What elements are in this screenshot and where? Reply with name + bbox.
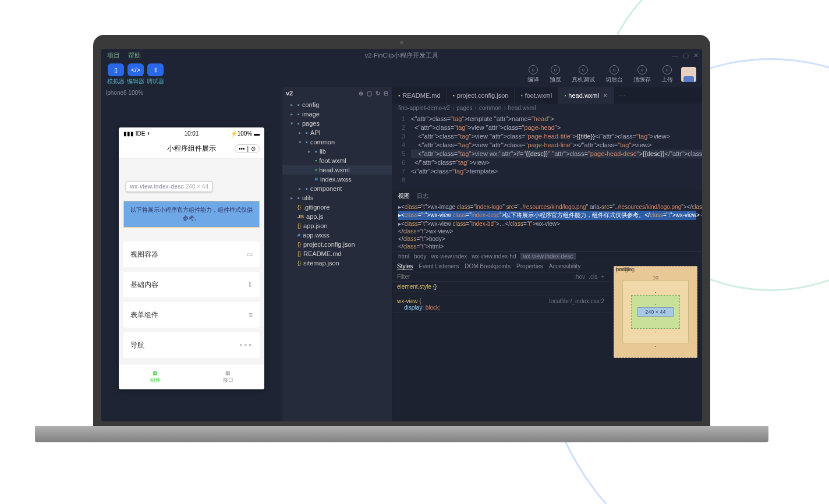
status-signal: ▮▮▮ IDE ᯤ (123, 130, 153, 137)
css-rule[interactable]: </span><span class="sel">.index-desc {</… (392, 292, 609, 296)
tree-item[interactable]: {}project.config.json (282, 240, 392, 249)
debugger-toggle[interactable]: ⫴ (147, 63, 164, 76)
device-label: iphone6 100% (101, 87, 282, 98)
capsule-more-icon[interactable]: ••• (239, 145, 245, 152)
filter-opt[interactable]: :hov (574, 274, 585, 280)
dom-path-segment[interactable]: body (414, 253, 427, 260)
dom-node[interactable]: </class="t">wx-view> (398, 228, 696, 235)
action-上传[interactable]: ○上传 (661, 65, 673, 84)
list-item[interactable]: 导航∘∘∘ (123, 332, 260, 358)
toolbar: ▯模拟器 </>编辑器 ⫴调试器 ○编译○预览○真机调试○切后台○清缓存○上传 (101, 62, 702, 87)
tree-item[interactable]: JSapp.js (282, 212, 392, 221)
phone-preview: ▮▮▮ IDE ᯤ 10:01 ⚡100% ▬ 小程序组件展示 •••|⊙ wx… (119, 127, 264, 389)
tree-item[interactable]: #index.wxss (282, 175, 392, 184)
styles-tab[interactable]: Properties (516, 263, 543, 270)
dom-path-segment[interactable]: wx-view.index-desc (520, 253, 575, 260)
tree-item[interactable]: #app.wxss (282, 230, 392, 240)
tree-item[interactable]: ▸▪component (282, 184, 392, 193)
css-rule[interactable]: localfile:/_index.css:2wx-view {display:… (392, 296, 609, 313)
styles-tab[interactable]: DOM Breakpoints (465, 263, 511, 270)
simulator-toggle[interactable]: ▯ (108, 63, 124, 76)
new-folder-icon[interactable]: ▢ (367, 90, 372, 97)
tab-close-icon[interactable]: ✕ (603, 92, 608, 100)
phone-tab[interactable]: ▦接口 (192, 364, 264, 389)
code-editor[interactable]: <"attr">class="tag">template "attr">name… (411, 115, 702, 184)
status-time: 10:01 (184, 130, 199, 137)
highlighted-element[interactable]: 以下将展示小程序官方组件能力，组件样式仅供参考。 (123, 201, 260, 228)
tree-item[interactable]: ▾▪common (282, 137, 392, 147)
styles-filter-input[interactable] (397, 274, 574, 280)
tree-item[interactable]: {}.gitignore (282, 203, 392, 212)
action-切后台[interactable]: ○切后台 (605, 65, 623, 84)
tree-item[interactable]: ▸▪utils (282, 193, 392, 203)
editor-tab[interactable]: ▪head.wxml✕ (558, 87, 614, 104)
window-title: v2-FinClip小程序开发工具 (365, 51, 439, 60)
titlebar: 项目 帮助 v2-FinClip小程序开发工具 — ▢ ✕ (101, 49, 702, 62)
tree-item[interactable]: ▾▪pages (282, 119, 392, 128)
new-file-icon[interactable]: ⊕ (359, 90, 363, 97)
tabs-more-icon[interactable]: ⋯ (614, 87, 630, 104)
action-真机调试[interactable]: ○真机调试 (572, 65, 595, 84)
devtools-tab-log[interactable]: 日志 (417, 192, 428, 200)
editor-tab[interactable]: ▪README.md (392, 87, 447, 104)
phone-tab[interactable]: ▦组件 (119, 364, 192, 389)
dom-path-segment[interactable]: wx-view.index (431, 253, 467, 260)
filter-opt[interactable]: + (601, 274, 604, 280)
capsule-close-icon[interactable]: ⊙ (251, 145, 256, 152)
css-rule[interactable]: element.style {} (392, 282, 609, 292)
dom-path-segment[interactable]: html (398, 253, 409, 260)
maximize-icon[interactable]: ▢ (683, 52, 689, 59)
devtools-tab-view[interactable]: 视图 (398, 192, 410, 200)
minimize-icon[interactable]: — (672, 52, 678, 59)
editor-panel: ▪README.md▪project.config.json▪foot.wxml… (392, 87, 702, 421)
list-item[interactable]: 基础内容𝕋 (123, 272, 260, 297)
dom-path-segment[interactable]: wx-view.index-hd (472, 253, 516, 260)
styles-tab[interactable]: Styles (397, 263, 413, 270)
tree-item[interactable]: {}README.md (282, 249, 392, 258)
dom-node[interactable]: ▸<class="t">wx-view class="index-bd">…</… (398, 220, 696, 228)
close-icon[interactable]: ✕ (693, 52, 699, 59)
laptop-frame: 项目 帮助 v2-FinClip小程序开发工具 — ▢ ✕ ▯模拟器 </>编辑… (93, 35, 710, 442)
editor-toggle[interactable]: </> (127, 63, 144, 76)
editor-tab[interactable]: ▪foot.wxml (515, 87, 558, 104)
dom-node[interactable]: </class="t">html> (398, 243, 696, 250)
action-预览[interactable]: ○预览 (550, 65, 561, 84)
tree-item[interactable]: ▸▪lib (282, 147, 392, 156)
file-explorer: v2 ⊕ ▢ ↻ ⊟ ▸▪config▸▪image▾▪pages▸▪API▾▪… (282, 87, 392, 421)
tree-item[interactable]: ▪foot.wxml (282, 156, 392, 165)
inspect-tooltip: wx-view.index-desc 240 × 44 (126, 181, 212, 192)
list-item[interactable]: 表单组件≡ (123, 302, 260, 328)
box-model: margin10 border- padding- 240 × 44 - - - (609, 261, 702, 421)
tree-item[interactable]: {}sitemap.json (282, 258, 392, 268)
menu-project[interactable]: 项目 (107, 51, 120, 60)
tree-item[interactable]: ▸▪API (282, 128, 392, 137)
action-清缓存[interactable]: ○清缓存 (633, 65, 651, 84)
breadcrumb: fino-applet-demo-v2›pages›common›head.wx… (392, 104, 702, 112)
filter-opt[interactable]: .cls (589, 274, 597, 280)
tree-item[interactable]: ▸▪config (282, 100, 392, 109)
refresh-icon[interactable]: ↻ (375, 90, 380, 97)
menu-help[interactable]: 帮助 (128, 51, 141, 60)
editor-tab[interactable]: ▪project.config.json (447, 87, 515, 104)
list-item[interactable]: 视图容器▭ (123, 242, 260, 267)
page-title: 小程序组件展示 (167, 144, 216, 154)
collapse-icon[interactable]: ⊟ (384, 90, 388, 97)
dom-node[interactable]: ▸<class="t">wx-image class="index-logo" … (398, 203, 696, 211)
tree-item[interactable]: {}app.json (282, 221, 392, 230)
dom-node[interactable]: </class="t">body> (398, 235, 696, 243)
status-battery: ⚡100% ▬ (231, 130, 260, 137)
ide-window: 项目 帮助 v2-FinClip小程序开发工具 — ▢ ✕ ▯模拟器 </>编辑… (101, 49, 702, 421)
action-编译[interactable]: ○编译 (527, 65, 539, 84)
tree-item[interactable]: ▪head.wxml (282, 165, 392, 175)
tree-item[interactable]: ▸▪image (282, 109, 392, 119)
project-root[interactable]: v2 (286, 90, 293, 97)
devtools: 视图 日志 ▸<class="t">wx-image class="index-… (392, 190, 702, 421)
styles-tab[interactable]: Accessibility (549, 263, 580, 270)
styles-tab[interactable]: Event Listeners (419, 263, 459, 270)
avatar[interactable] (681, 67, 696, 82)
simulator-panel: iphone6 100% ▮▮▮ IDE ᯤ 10:01 ⚡100% ▬ 小程序… (101, 87, 282, 421)
dom-node[interactable]: ▸<class="t">wx-view class="index-desc">以… (398, 211, 696, 220)
